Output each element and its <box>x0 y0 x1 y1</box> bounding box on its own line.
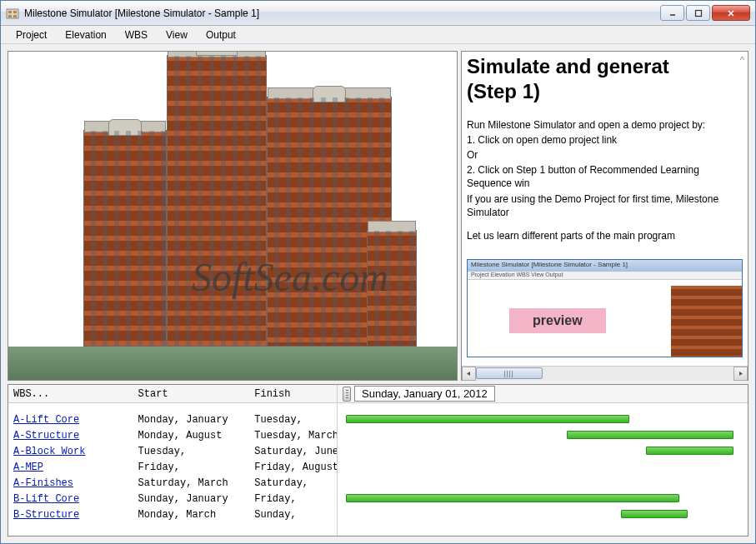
scroll-track[interactable] <box>476 367 733 381</box>
help-line: 2. Click on Step 1 button of Recommended… <box>467 163 743 190</box>
client-area: ^ Simulate and generat (Step 1) Run Mile… <box>1 44 755 543</box>
wbs-row[interactable]: A-MEPFriday,Friday, August <box>8 459 337 475</box>
scroll-thumb[interactable] <box>476 367 543 379</box>
col-header-wbs[interactable]: WBS... <box>8 386 133 402</box>
wbs-start: Monday, August <box>133 429 250 442</box>
thumb-menu: Project Elevation WBS View Output <box>468 272 742 280</box>
gantt-rows <box>338 403 748 536</box>
help-line: Run Milestone Simulator and open a demo … <box>467 118 743 132</box>
help-hscrollbar[interactable] <box>462 366 748 380</box>
wbs-link[interactable]: B-Lift Core <box>13 493 79 505</box>
gantt-bar[interactable] <box>346 415 629 423</box>
scroll-left-button[interactable] <box>462 367 476 381</box>
gantt-row <box>338 491 748 507</box>
wbs-rows: A-Lift CoreMonday, JanuaryTuesday,A-Stru… <box>8 403 337 536</box>
wbs-link[interactable]: A-Finishes <box>13 477 73 489</box>
wbs-row[interactable]: A-Lift CoreMonday, JanuaryTuesday, <box>8 412 337 427</box>
col-header-finish[interactable]: Finish <box>249 386 337 402</box>
help-line: Or <box>467 148 743 162</box>
wbs-link[interactable]: A-Lift Core <box>13 414 79 426</box>
gantt-pane: WBS... Start Finish A-Lift CoreMonday, J… <box>8 384 748 537</box>
wbs-table: WBS... Start Finish A-Lift CoreMonday, J… <box>8 385 338 536</box>
gantt-chart[interactable]: Sunday, January 01, 2012 <box>338 385 748 536</box>
wbs-row[interactable]: A-StructureMonday, AugustTuesday, March <box>8 427 337 443</box>
wbs-link[interactable]: A-Block Work <box>13 446 85 457</box>
svg-rect-2 <box>13 11 17 13</box>
gantt-row <box>338 412 748 427</box>
titlebar[interactable]: Milestone Simulator [Milestone Simulator… <box>1 1 755 26</box>
wbs-link[interactable]: B-Structure <box>13 509 79 521</box>
wbs-row[interactable]: B-Lift CoreSunday, JanuaryFriday, <box>8 491 337 507</box>
wbs-start: Monday, March <box>133 508 250 522</box>
gantt-row <box>338 475 748 491</box>
elevation-viewport[interactable] <box>8 51 458 381</box>
wbs-header: WBS... Start Finish <box>8 385 337 403</box>
current-date-display: Sunday, January 01, 2012 <box>354 386 495 402</box>
svg-rect-6 <box>695 10 701 16</box>
help-panel: ^ Simulate and generat (Step 1) Run Mile… <box>461 51 748 381</box>
svg-rect-3 <box>8 15 12 17</box>
wbs-finish: Friday, August <box>249 461 337 474</box>
gantt-row <box>338 459 748 475</box>
wbs-finish: Friday, <box>249 492 337 506</box>
menu-elevation[interactable]: Elevation <box>57 27 114 43</box>
gantt-row <box>338 507 748 522</box>
app-window: Milestone Simulator [Milestone Simulator… <box>0 0 756 544</box>
timeline-slider-handle[interactable] <box>343 387 351 402</box>
scroll-right-button[interactable] <box>733 367 748 381</box>
wbs-finish: Saturday, June <box>249 445 337 458</box>
wbs-row[interactable]: A-FinishesSaturday, MarchSaturday, <box>8 475 337 491</box>
wbs-link[interactable]: A-Structure <box>13 430 79 442</box>
help-title: Simulate and generat <box>467 55 743 78</box>
wbs-link[interactable]: A-MEP <box>13 462 43 473</box>
minimize-button[interactable] <box>660 5 684 21</box>
help-line: Let us learn different parts of the main… <box>467 229 743 242</box>
maximize-button[interactable] <box>686 5 710 21</box>
help-line: 1. Click on open demo project link <box>467 133 743 147</box>
window-title: Milestone Simulator [Milestone Simulator… <box>24 7 660 19</box>
wbs-start: Saturday, March <box>133 477 250 490</box>
wbs-finish: Tuesday, <box>249 413 337 427</box>
gantt-bar[interactable] <box>646 447 733 455</box>
wbs-finish: Saturday, <box>249 477 337 490</box>
svg-marker-9 <box>467 372 470 376</box>
svg-marker-10 <box>739 372 743 376</box>
wbs-finish: Sunday, <box>249 508 337 522</box>
help-line: If you are using the Demo Project for fi… <box>467 192 743 219</box>
menu-project[interactable]: Project <box>8 27 55 43</box>
help-step: (Step 1) <box>467 80 743 103</box>
wbs-start: Friday, <box>133 461 250 474</box>
wbs-start: Sunday, January <box>133 492 250 506</box>
menubar: Project Elevation WBS View Output <box>1 26 755 44</box>
wbs-start: Monday, January <box>133 413 250 427</box>
wbs-finish: Tuesday, March <box>249 429 337 442</box>
svg-rect-4 <box>13 15 17 17</box>
thumb-titlebar: Milestone Simulator [Milestone Simulator… <box>468 260 742 272</box>
gantt-row <box>338 443 748 459</box>
gantt-bar[interactable] <box>567 431 733 439</box>
close-button[interactable] <box>712 5 750 21</box>
wbs-start: Tuesday, <box>133 445 250 458</box>
gantt-bar[interactable] <box>621 510 688 518</box>
wbs-row[interactable]: A-Block WorkTuesday,Saturday, June <box>8 443 337 459</box>
svg-rect-1 <box>8 11 12 13</box>
menu-output[interactable]: Output <box>198 27 244 43</box>
help-content[interactable]: Simulate and generat (Step 1) Run Milest… <box>462 52 748 366</box>
gantt-row <box>338 427 748 443</box>
preview-badge: preview <box>509 308 606 333</box>
building-render <box>8 52 457 380</box>
gantt-bar[interactable] <box>346 494 679 502</box>
scroll-up-hint: ^ <box>740 55 744 65</box>
col-header-start[interactable]: Start <box>133 386 250 402</box>
app-icon <box>6 7 19 20</box>
wbs-row[interactable]: B-StructureMonday, MarchSunday, <box>8 507 337 522</box>
top-pane: ^ Simulate and generat (Step 1) Run Mile… <box>8 51 748 381</box>
menu-wbs[interactable]: WBS <box>117 27 156 43</box>
menu-view[interactable]: View <box>158 27 196 43</box>
help-thumbnail: Milestone Simulator [Milestone Simulator… <box>467 259 743 357</box>
gantt-header: Sunday, January 01, 2012 <box>338 385 748 403</box>
